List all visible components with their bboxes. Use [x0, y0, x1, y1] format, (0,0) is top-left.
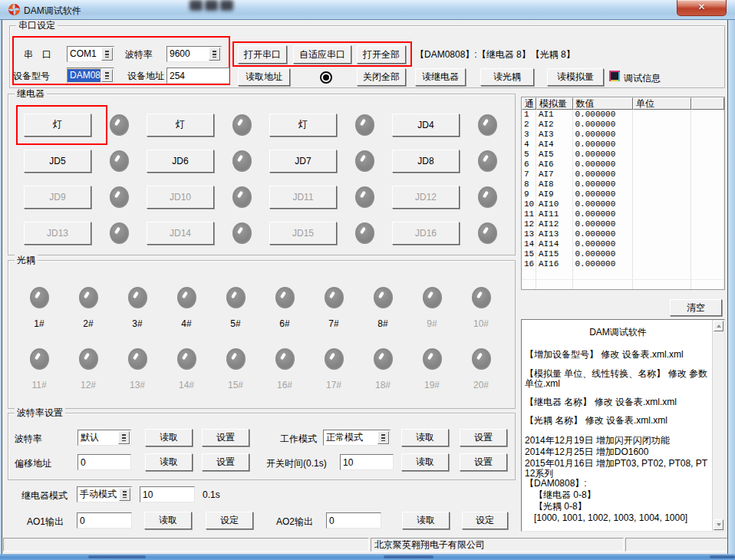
table-header-col-4[interactable]: 单位: [633, 97, 691, 110]
ao2-set-button[interactable]: 设定: [462, 512, 508, 529]
relay-button-16[interactable]: JD16: [392, 222, 460, 245]
relay-mode-time-input[interactable]: [140, 486, 195, 502]
ao1-read-button[interactable]: 读取: [144, 512, 192, 529]
table-cell: AI2: [536, 120, 573, 130]
open-all-button[interactable]: 打开全部: [357, 45, 406, 64]
relay-button-5[interactable]: JD5: [24, 150, 91, 173]
table-header-col-1[interactable]: 通: [522, 97, 536, 110]
read-relay-button[interactable]: 读继电器: [415, 68, 466, 86]
relay-button-14[interactable]: JD14: [147, 222, 214, 245]
table-row-11[interactable]: 11AI110.000000: [522, 209, 724, 219]
relay-button-9[interactable]: JD9: [24, 186, 91, 209]
read-analog-button[interactable]: 读模拟量: [547, 68, 604, 86]
relay-button-11[interactable]: JD11: [269, 186, 337, 209]
table-header-col-2[interactable]: 模拟量: [536, 97, 573, 110]
titlebar[interactable]: DAM调试软件 ✕: [0, 0, 735, 20]
relay-button-3[interactable]: 灯: [269, 114, 337, 137]
offset-address-label: 偏移地址: [15, 457, 51, 470]
work-mode-read-button[interactable]: 读取: [401, 429, 449, 446]
adaptive-serial-button[interactable]: 自适应串口: [293, 45, 351, 64]
ao1-input[interactable]: [77, 512, 132, 529]
relay-button-12[interactable]: JD12: [392, 186, 460, 209]
work-mode-set-button[interactable]: 设置: [460, 429, 507, 446]
work-mode-select[interactable]: 正常模式: [323, 430, 391, 446]
opto-channel-8: 8#: [358, 287, 407, 329]
ao2-input[interactable]: [326, 512, 381, 529]
opto-channel-12: 12#: [64, 348, 113, 390]
combo-arrow-icon[interactable]: [118, 431, 130, 444]
port-select[interactable]: COM1: [67, 46, 114, 62]
model-select[interactable]: DAM0808: [67, 68, 114, 84]
table-cell: 0.000000: [573, 209, 633, 219]
table-row-8[interactable]: 8AI80.000000: [522, 180, 724, 189]
close-button[interactable]: ✕: [677, 0, 727, 16]
table-cell: [633, 170, 691, 180]
relay-button-8[interactable]: JD8: [392, 150, 460, 173]
relay-button-2[interactable]: 灯: [147, 114, 214, 137]
device-address-input[interactable]: [166, 68, 229, 84]
opto-led-15: [226, 348, 246, 370]
table-cell: [633, 180, 691, 189]
relay-button-6[interactable]: JD6: [147, 150, 214, 173]
offset-address-input[interactable]: [77, 454, 131, 470]
opto-led-1: [30, 287, 49, 308]
table-row-2[interactable]: 2AI20.000000: [522, 120, 724, 130]
relay-button-15[interactable]: JD15: [269, 222, 337, 245]
offset-read-button[interactable]: 读取: [145, 453, 193, 471]
baud-select[interactable]: 9600: [166, 46, 222, 62]
switch-time-read-button[interactable]: 读取: [401, 453, 449, 471]
table-row-15[interactable]: 15AI150.000000: [522, 249, 724, 259]
table-row-3[interactable]: 3AI30.000000: [522, 130, 724, 140]
table-row-9[interactable]: 9AI90.000000: [522, 189, 724, 199]
relay-button-7[interactable]: JD7: [269, 150, 337, 173]
table-row-12[interactable]: 12AI120.000000: [522, 219, 724, 229]
read-address-button[interactable]: 读取地址: [238, 68, 290, 86]
table-row-16[interactable]: 16AI160.000000: [522, 259, 724, 269]
scroll-up-button[interactable]: [714, 321, 723, 331]
table-row-10[interactable]: 10AI100.000000: [522, 199, 724, 209]
combo-arrow-icon[interactable]: [119, 488, 130, 501]
ao2-read-button[interactable]: 读取: [402, 512, 450, 529]
opto-led-4: [177, 287, 196, 308]
switch-time-input[interactable]: [340, 454, 394, 470]
table-row-13[interactable]: 13AI130.000000: [522, 229, 724, 239]
baudrate-read-button[interactable]: 读取: [145, 429, 193, 446]
table-header-col-5[interactable]: [691, 97, 724, 110]
opto-row-2: 11#12#13#14#15#16#17#18#19#20#: [15, 348, 512, 390]
combo-arrow-icon[interactable]: [101, 48, 113, 61]
relay-button-10[interactable]: JD10: [147, 186, 214, 209]
opto-led-20: [472, 348, 491, 370]
baudrate-select[interactable]: 默认: [77, 430, 131, 446]
statusbar-panel-company: 北京聚英翱翔电子有限公司: [371, 538, 624, 552]
relay-button-4[interactable]: JD4: [392, 114, 460, 137]
debug-info-label[interactable]: 调试信息: [624, 72, 661, 85]
open-serial-button[interactable]: 打开串口: [238, 45, 287, 64]
combo-arrow-icon[interactable]: [209, 48, 220, 61]
switch-time-set-button[interactable]: 设置: [460, 453, 507, 471]
table-cell: AI15: [536, 249, 573, 259]
table-header-col-3[interactable]: 数值: [573, 97, 633, 110]
scroll-down-button[interactable]: [714, 519, 723, 530]
table-row-7[interactable]: 7AI70.000000: [522, 170, 724, 180]
combo-arrow-icon[interactable]: [377, 431, 389, 444]
baudrate-set-button[interactable]: 设置: [202, 429, 249, 446]
combo-arrow-icon[interactable]: [101, 69, 113, 82]
table-cell: 0.000000: [573, 219, 633, 229]
read-opto-button[interactable]: 读光耦: [480, 68, 534, 86]
table-row-5[interactable]: 5AI50.000000: [522, 150, 724, 160]
table-cell: [522, 269, 536, 279]
clear-button[interactable]: 清空: [670, 299, 722, 316]
table-row-14[interactable]: 14AI140.000000: [522, 239, 724, 249]
table-row-6[interactable]: 6AI60.000000: [522, 160, 724, 170]
relay-mode-select[interactable]: 手动模式: [77, 486, 132, 502]
relay-button-13[interactable]: JD13: [24, 222, 91, 245]
close-all-button[interactable]: 关闭全部: [357, 68, 406, 86]
table-row-4[interactable]: 4AI40.000000: [522, 140, 724, 150]
relay-button-1[interactable]: 灯: [24, 114, 91, 137]
opto-led-17: [325, 348, 344, 370]
model-value: DAM0808: [68, 69, 101, 82]
info-scrollbar[interactable]: [712, 320, 724, 531]
ao1-set-button[interactable]: 设定: [206, 512, 253, 529]
table-row-1[interactable]: 1AI10.000000: [522, 110, 724, 120]
offset-set-button[interactable]: 设置: [202, 453, 249, 471]
